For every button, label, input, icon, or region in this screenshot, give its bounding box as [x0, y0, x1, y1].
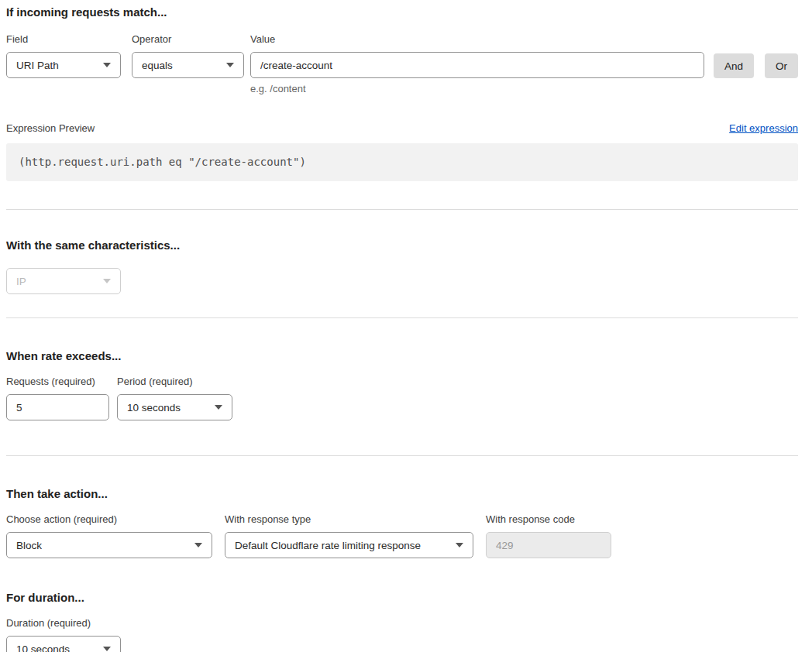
- expression-preview-label: Expression Preview: [6, 122, 95, 134]
- value-label: Value: [250, 33, 704, 46]
- chevron-down-icon: [226, 63, 234, 67]
- characteristics-column: IP: [6, 268, 121, 294]
- requests-column: Requests (required): [6, 376, 109, 420]
- response-code-label: With response code: [486, 513, 611, 526]
- response-code-column: With response code: [486, 513, 611, 558]
- edit-expression-link[interactable]: Edit expression: [729, 122, 798, 134]
- section-divider: [6, 455, 798, 456]
- response-type-select[interactable]: Default Cloudflare rate limiting respons…: [225, 532, 473, 558]
- rate-row: Requests (required) Period (required) 10…: [6, 376, 798, 420]
- or-column: Or: [765, 33, 798, 78]
- operator-select-value: equals: [142, 60, 173, 71]
- period-select-value: 10 seconds: [127, 402, 181, 414]
- requests-input[interactable]: [6, 394, 109, 420]
- chevron-down-icon: [103, 279, 111, 283]
- choose-action-label: Choose action (required): [6, 513, 212, 526]
- requests-label: Requests (required): [6, 376, 109, 388]
- rate-limiting-rule-form: If incoming requests match... Field URI …: [0, 0, 812, 652]
- chevron-down-icon: [456, 543, 463, 547]
- value-input[interactable]: [250, 52, 704, 78]
- duration-select[interactable]: 10 seconds: [6, 636, 121, 652]
- response-type-label: With response type: [225, 513, 473, 526]
- match-section: If incoming requests match... Field URI …: [6, 5, 798, 94]
- field-select[interactable]: URI Path: [6, 52, 121, 78]
- expression-code-box: (http.request.uri.path eq "/create-accou…: [6, 143, 798, 181]
- characteristics-select: IP: [6, 268, 121, 294]
- duration-select-value: 10 seconds: [16, 643, 70, 652]
- and-column: And: [714, 33, 754, 78]
- characteristics-section: With the same characteristics... IP: [6, 238, 798, 294]
- period-select[interactable]: 10 seconds: [117, 394, 232, 420]
- period-column: Period (required) 10 seconds: [117, 376, 232, 420]
- or-button[interactable]: Or: [765, 53, 798, 78]
- expression-preview-section: Expression Preview Edit expression (http…: [6, 122, 798, 181]
- chevron-down-icon: [215, 405, 222, 410]
- characteristics-select-value: IP: [16, 276, 26, 287]
- section-divider: [6, 317, 798, 318]
- and-button[interactable]: And: [714, 53, 754, 78]
- section-divider: [6, 209, 798, 210]
- rate-section: When rate exceeds... Requests (required)…: [6, 349, 798, 420]
- duration-section: For duration... Duration (required) 10 s…: [6, 591, 798, 652]
- match-section-title: If incoming requests match...: [6, 5, 798, 19]
- choose-action-column: Choose action (required) Block: [6, 513, 212, 558]
- duration-label: Duration (required): [6, 617, 121, 630]
- action-row: Choose action (required) Block With resp…: [6, 513, 798, 558]
- action-section-title: Then take action...: [6, 487, 798, 501]
- response-type-select-value: Default Cloudflare rate limiting respons…: [235, 540, 421, 551]
- value-hint: e.g. /content: [250, 83, 704, 94]
- period-label: Period (required): [117, 376, 232, 388]
- response-type-column: With response type Default Cloudflare ra…: [225, 513, 473, 558]
- action-section: Then take action... Choose action (requi…: [6, 487, 798, 558]
- chevron-down-icon: [103, 647, 111, 651]
- response-code-input: [486, 532, 611, 558]
- operator-select[interactable]: equals: [132, 52, 244, 78]
- choose-action-select-value: Block: [16, 540, 42, 551]
- chevron-down-icon: [194, 543, 202, 547]
- match-row: Field URI Path Operator equals Value e.g…: [6, 33, 798, 94]
- field-select-value: URI Path: [16, 60, 59, 71]
- operator-column: Operator equals: [132, 33, 244, 78]
- rate-section-title: When rate exceeds...: [6, 349, 798, 363]
- operator-label: Operator: [132, 33, 244, 46]
- value-column: Value e.g. /content: [250, 33, 704, 94]
- field-label: Field: [6, 33, 121, 46]
- field-column: Field URI Path: [6, 33, 121, 78]
- expression-preview-header: Expression Preview Edit expression: [6, 122, 798, 134]
- characteristics-section-title: With the same characteristics...: [6, 238, 798, 252]
- choose-action-select[interactable]: Block: [6, 532, 212, 558]
- duration-section-title: For duration...: [6, 591, 798, 605]
- chevron-down-icon: [103, 63, 111, 67]
- duration-column: Duration (required) 10 seconds: [6, 617, 121, 652]
